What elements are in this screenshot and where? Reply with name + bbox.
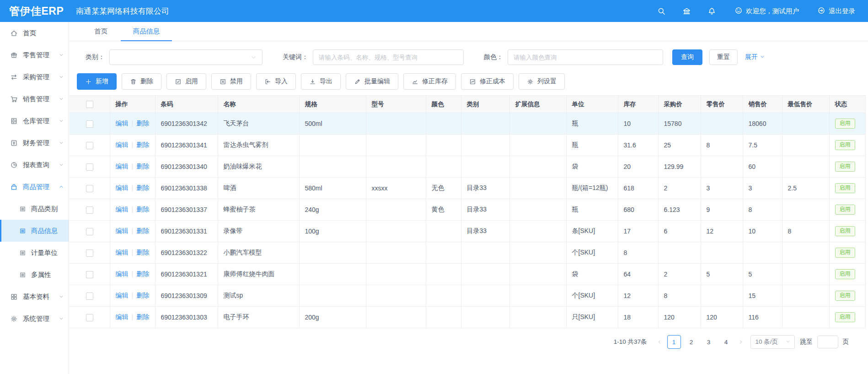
row-checkbox[interactable] [86,185,93,192]
table-cell: 20 [618,156,658,178]
sidebar-item-商品管理[interactable]: 商品管理 [0,176,69,198]
next-page-button[interactable] [735,335,747,349]
toolbar-button-导出[interactable]: 导出 [301,73,341,90]
sidebar-item-多属性[interactable]: 多属性 [0,264,69,286]
sidebar-item-基本资料[interactable]: 基本资料 [0,286,69,308]
table-cell: 飞天茅台 [218,113,299,135]
delete-link[interactable]: 删除 [136,141,149,148]
keyword-input[interactable] [313,49,464,65]
page-button-4[interactable]: 4 [719,335,733,349]
toolbar-button-导入[interactable]: 导入 [256,73,296,90]
delete-link[interactable]: 删除 [136,313,149,320]
gear-icon [10,315,18,323]
sidebar-item-商品信息[interactable]: 商品信息 [0,220,69,242]
sidebar-item-首页[interactable]: 首页 [0,22,69,44]
row-checkbox[interactable] [86,206,93,214]
edit-link[interactable]: 编辑 [116,141,129,148]
edit-link[interactable]: 编辑 [116,270,129,277]
delete-link[interactable]: 删除 [136,270,149,277]
product-table: 操作条码名称规格型号颜色类别扩展信息单位库存采购价零售价销售价最低售价状态编辑|… [70,95,866,328]
edit-link[interactable]: 编辑 [116,206,129,213]
table-row: 编辑|删除6901236301309测试sp个[SKU]12815启用 [70,285,865,307]
table-cell: 120 [658,307,701,328]
table-cell [782,242,829,264]
delete-link[interactable]: 删除 [136,163,149,170]
jump-page-input[interactable] [817,336,838,348]
delete-link[interactable]: 删除 [136,206,149,213]
table-row: 编辑|删除6901236301321康师傅红烧牛肉面袋64255启用 [70,264,865,285]
chart-box-icon [469,78,476,85]
tab-首页[interactable]: 首页 [94,22,107,41]
table-cell: 瓶 [566,135,618,156]
row-checkbox[interactable] [86,163,93,171]
toolbar-button-删除[interactable]: 删除 [122,73,161,90]
toolbar-button-启用[interactable]: 启用 [166,73,206,90]
sidebar-item-零售管理[interactable]: 零售管理 [0,44,69,66]
table-cell [461,113,509,135]
page-button-3[interactable]: 3 [702,335,716,349]
table-cell [299,242,366,264]
edit-link[interactable]: 编辑 [116,119,129,127]
table-cell: 6.123 [658,199,701,221]
delete-link[interactable]: 删除 [136,249,149,256]
actions-cell: 编辑|删除 [110,221,155,242]
row-checkbox[interactable] [86,293,93,300]
color-input[interactable] [508,49,663,65]
sidebar-item-计量单位[interactable]: 计量单位 [0,242,69,264]
page-size-select[interactable]: 10 条/页 [750,335,795,349]
reset-button[interactable]: 重置 [709,49,738,65]
sidebar-item-系统管理[interactable]: 系统管理 [0,308,69,330]
select-all-checkbox[interactable] [86,101,93,108]
toolbar-button-禁用[interactable]: 禁用 [211,73,251,90]
delete-link[interactable]: 删除 [136,227,149,234]
toolbar-button-新增[interactable]: 新增 [77,73,117,90]
page-button-1[interactable]: 1 [667,335,681,349]
delete-link[interactable]: 删除 [136,119,149,127]
table-cell: 8 [618,242,658,264]
sidebar-item-报表查询[interactable]: 报表查询 [0,154,69,176]
delete-link[interactable]: 删除 [136,292,149,299]
welcome-user[interactable]: 欢迎您，测试用户 [734,6,799,16]
edit-link[interactable]: 编辑 [116,313,129,320]
actions-cell: 编辑|删除 [110,178,155,199]
bank-icon [682,7,691,16]
table-cell [299,135,366,156]
company-name: 南通某某网络科技有限公司 [76,6,169,16]
sidebar-item-销售管理[interactable]: 销售管理 [0,88,69,110]
toolbar-button-修正成本[interactable]: 修正成本 [461,73,514,90]
edit-link[interactable]: 编辑 [116,292,129,299]
table-cell: 6901236301341 [155,135,218,156]
logout-button[interactable]: 退出登录 [817,6,855,16]
expand-link[interactable]: 展开 [745,53,765,61]
bell-icon[interactable] [707,7,716,16]
sidebar-item-财务管理[interactable]: 财务管理 [0,132,69,154]
table-cell: 雷达杀虫气雾剂 [218,135,299,156]
row-checkbox[interactable] [86,249,93,257]
toolbar-button-列设置[interactable]: 列设置 [519,73,565,90]
row-checkbox[interactable] [86,120,93,128]
edit-link[interactable]: 编辑 [116,184,129,191]
table-cell: 18060 [743,113,782,135]
delete-link[interactable]: 删除 [136,184,149,191]
row-checkbox[interactable] [86,314,93,321]
sidebar-item-商品类别[interactable]: 商品类别 [0,198,69,220]
row-checkbox[interactable] [86,228,93,235]
edit-link[interactable]: 编辑 [116,163,129,170]
sidebar-item-仓库管理[interactable]: 仓库管理 [0,110,69,132]
bank-icon[interactable] [682,7,691,16]
row-checkbox[interactable] [86,142,93,149]
tab-商品信息[interactable]: 商品信息 [133,22,160,41]
table-cell: 6901236301340 [155,156,218,178]
category-select[interactable] [109,49,263,65]
edit-link[interactable]: 编辑 [116,249,129,256]
prev-page-button[interactable] [654,335,665,349]
toolbar-button-批量编辑[interactable]: 批量编辑 [346,73,398,90]
table-cell: 6901236301321 [155,264,218,285]
search-button[interactable]: 查询 [672,49,702,65]
toolbar-button-修正库存[interactable]: 修正库存 [403,73,456,90]
row-checkbox[interactable] [86,271,93,278]
edit-link[interactable]: 编辑 [116,227,129,234]
sidebar-item-采购管理[interactable]: 采购管理 [0,66,69,88]
page-button-2[interactable]: 2 [685,335,698,349]
search-icon[interactable] [657,7,666,16]
